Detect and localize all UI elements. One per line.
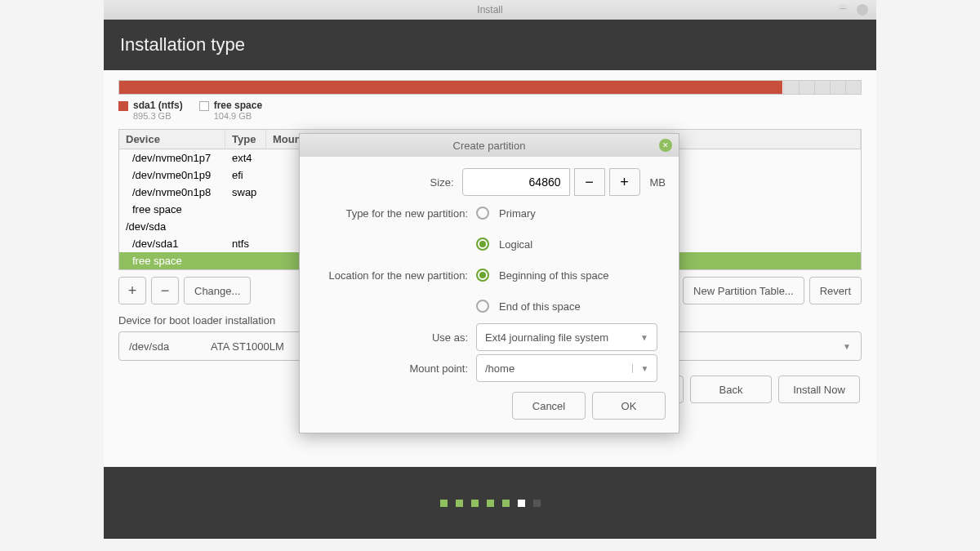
create-partition-dialog: Create partition Size: − + MB Type for t… xyxy=(299,133,679,433)
progress-dot xyxy=(502,500,510,507)
useas-label: Use as: xyxy=(313,331,476,344)
swatch-red-icon xyxy=(118,101,128,111)
cell-device: /dev/nvme0n1p9 xyxy=(119,169,225,181)
dialog-title: Create partition xyxy=(453,140,526,152)
legend-item-sda1: sda1 (ntfs) 895.3 GB xyxy=(118,100,183,121)
progress-dot xyxy=(471,500,479,507)
disk-segment-used xyxy=(119,81,783,94)
legend-name-1: sda1 (ntfs) xyxy=(133,100,183,111)
radio-logical[interactable] xyxy=(476,238,489,251)
cell-device: free space xyxy=(119,255,225,267)
cell-device: free space xyxy=(119,203,225,216)
chevron-down-icon: ▼ xyxy=(843,342,851,351)
cell-type: ext4 xyxy=(225,152,266,164)
install-now-button[interactable]: Install Now xyxy=(778,375,860,403)
partition-type-label: Type for the new partition: xyxy=(313,207,476,220)
size-decrement-button[interactable]: − xyxy=(574,168,605,196)
new-partition-table-button[interactable]: New Partition Table... xyxy=(683,277,804,304)
useas-select[interactable]: Ext4 journaling file system ▼ xyxy=(476,323,657,351)
size-label: Size: xyxy=(313,176,462,189)
header-band: Installation type xyxy=(104,20,876,70)
radio-end-label: End of this space xyxy=(499,300,581,313)
size-unit: MB xyxy=(650,176,666,189)
size-increment-button[interactable]: + xyxy=(609,168,640,196)
revert-button[interactable]: Revert xyxy=(809,277,862,304)
progress-dot xyxy=(456,500,463,507)
radio-primary[interactable] xyxy=(476,207,489,220)
cell-type xyxy=(225,203,266,216)
swatch-gray-icon xyxy=(199,101,209,111)
radio-beginning-label: Beginning of this space xyxy=(499,269,608,282)
progress-dot xyxy=(533,500,541,507)
chevron-down-icon: ▼ xyxy=(632,364,657,373)
back-button[interactable]: Back xyxy=(690,375,772,403)
ok-button[interactable]: OK xyxy=(592,392,666,420)
cell-type: ntfs xyxy=(225,238,266,250)
location-label: Location for the new partition: xyxy=(313,269,476,282)
chevron-down-icon: ▼ xyxy=(640,333,648,342)
col-device[interactable]: Device xyxy=(119,130,225,149)
remove-partition-button[interactable]: − xyxy=(151,277,179,304)
dialog-titlebar: Create partition xyxy=(300,134,679,157)
radio-end[interactable] xyxy=(476,300,489,313)
legend-name-2: free space xyxy=(214,100,262,111)
size-input[interactable] xyxy=(462,168,570,196)
cancel-button[interactable]: Cancel xyxy=(512,392,586,420)
disk-legend: sda1 (ntfs) 895.3 GB free space 104.9 GB xyxy=(118,100,862,121)
progress-dot xyxy=(518,500,525,507)
col-type[interactable]: Type xyxy=(225,130,266,149)
minimize-button[interactable]: – xyxy=(837,4,849,16)
mountpoint-label: Mount point: xyxy=(313,362,476,375)
window-title: Install xyxy=(477,4,502,16)
legend-size-2: 104.9 GB xyxy=(214,111,262,121)
useas-value: Ext4 journaling file system xyxy=(485,331,608,344)
radio-primary-label: Primary xyxy=(499,207,536,220)
cell-device: /dev/sda xyxy=(119,220,225,233)
radio-beginning[interactable] xyxy=(476,269,489,282)
progress-dots xyxy=(104,467,876,539)
cell-device: /dev/nvme0n1p7 xyxy=(119,152,225,164)
legend-item-free: free space 104.9 GB xyxy=(199,100,262,121)
add-partition-button[interactable]: + xyxy=(118,277,146,304)
page-title: Installation type xyxy=(120,34,245,56)
disk-usage-bar xyxy=(118,80,862,95)
progress-dot xyxy=(440,500,448,507)
mountpoint-select[interactable]: /home ▼ xyxy=(476,354,657,382)
titlebar: Install – xyxy=(104,0,876,20)
cell-device: /dev/sda1 xyxy=(119,238,225,250)
cell-type xyxy=(225,255,266,267)
close-button[interactable] xyxy=(857,4,868,16)
change-partition-button[interactable]: Change... xyxy=(184,277,251,304)
bootloader-device: /dev/sda xyxy=(129,340,211,353)
progress-dot xyxy=(487,500,494,507)
cell-device: /dev/nvme0n1p8 xyxy=(119,186,225,198)
cell-type: efi xyxy=(225,169,266,181)
dialog-close-button[interactable] xyxy=(659,139,672,152)
cell-type xyxy=(225,220,266,233)
legend-size-1: 895.3 GB xyxy=(133,111,183,121)
cell-type: swap xyxy=(225,186,266,198)
disk-segment-free xyxy=(783,81,861,94)
radio-logical-label: Logical xyxy=(499,238,532,251)
mountpoint-value: /home xyxy=(477,362,632,375)
